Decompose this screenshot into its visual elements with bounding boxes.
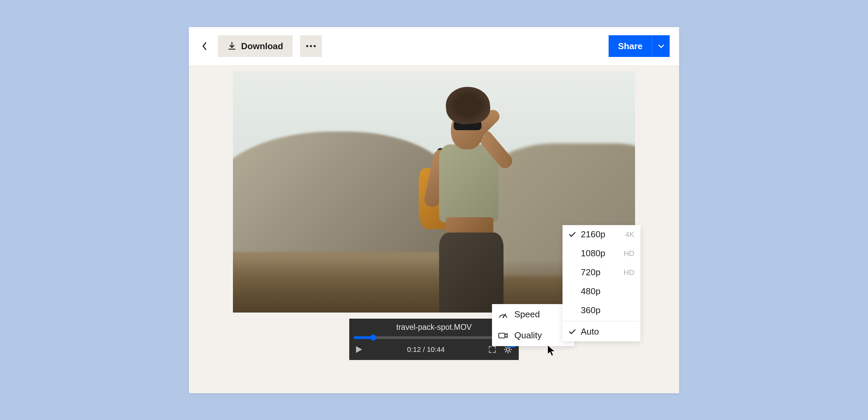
quality-option-360p[interactable]: 360p [563,301,640,320]
svg-point-0 [507,348,510,351]
chevron-down-icon [658,44,665,48]
quality-option-1080p[interactable]: 1080p HD [563,244,640,263]
check-icon [569,232,581,238]
settings-item-speed[interactable]: Speed [492,304,574,325]
quality-option-720p[interactable]: 720p HD [563,263,640,282]
quality-label: 360p [581,305,634,316]
quality-option-auto[interactable]: Auto [563,322,640,341]
share-dropdown-button[interactable] [652,35,670,57]
quality-tag: HD [624,249,634,258]
camera-icon [498,332,508,339]
fullscreen-icon [488,345,496,354]
svg-point-1 [502,317,504,318]
svg-rect-2 [499,333,505,338]
quality-label: 2160p [581,229,625,240]
download-label: Download [241,41,283,52]
check-icon [569,329,581,335]
back-button[interactable] [198,40,211,52]
play-button[interactable] [354,345,364,354]
more-button[interactable] [300,35,322,57]
more-icon [306,45,316,47]
quality-option-2160p[interactable]: 2160p 4K [563,225,640,244]
duration: 10:44 [427,345,445,353]
video-preview-window: Download Share [189,27,679,393]
quality-tag: 4K [625,230,634,239]
chevron-left-icon [202,41,207,51]
settings-item-label: Speed [514,309,558,320]
quality-option-480p[interactable]: 480p [563,282,640,301]
settings-menu: Speed Quality [492,304,574,346]
quality-label: 480p [581,286,634,297]
share-button[interactable]: Share [609,35,652,57]
download-button[interactable]: Download [218,35,293,57]
play-icon [355,345,363,354]
speed-icon [498,311,508,319]
toolbar-left: Download [198,35,322,57]
scrub-bar[interactable] [354,336,514,339]
toolbar-right: Share [609,35,670,57]
current-time: 0:12 [407,345,421,353]
quality-tag: HD [624,268,634,277]
settings-item-quality[interactable]: Quality [492,325,574,346]
fullscreen-button[interactable] [488,345,497,354]
toolbar: Download Share [189,27,679,66]
quality-label: 720p [581,267,624,278]
time-display: 0:12 / 10:44 [369,345,483,354]
menu-divider [563,321,640,321]
quality-label: 1080p [581,248,624,259]
download-icon [228,42,236,51]
quality-label: Auto [581,326,634,337]
share-label: Share [618,41,643,52]
quality-menu: 2160p 4K 1080p HD 720p HD 480p 360p [563,225,640,341]
scrub-handle[interactable] [370,335,376,341]
settings-item-label: Quality [514,330,558,341]
